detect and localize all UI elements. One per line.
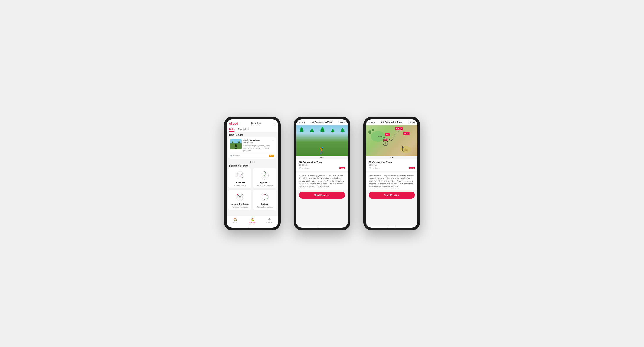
drill-yardage-3: 10-50 yds — [369, 164, 415, 166]
svg-point-29 — [265, 172, 266, 173]
drill-title-2: 6ft Conversion Zone — [299, 161, 345, 164]
most-popular-label: Most Popular — [226, 132, 278, 137]
skill-name-ott: Off The Tee — [234, 181, 245, 184]
dot-3-1[interactable] — [390, 157, 391, 158]
home-icon: 🏠 — [233, 218, 237, 221]
skill-icon-putting — [259, 192, 270, 202]
phone-2-screen: < Back 6ft Conversion Zone Cancel 🌲 🌲 🌲 — [296, 119, 348, 228]
start-practice-button-2[interactable]: Start Practice — [299, 192, 345, 199]
carousel-dots — [226, 161, 278, 163]
skill-desc-putting: Make and lag practice — [256, 206, 272, 208]
skill-desc-atg: Hone your short game — [232, 206, 248, 208]
phone-3: < Back 6ft Conversion Zone Cancel — [364, 117, 420, 230]
cancel-button-2[interactable]: Cancel — [338, 121, 345, 124]
shots-text-3: 🕐 20 shots — [369, 167, 379, 169]
shots-count: 🕐 10 shots — [230, 155, 240, 157]
skill-card-putting[interactable]: Putting Make and lag practice — [253, 190, 276, 210]
hero-image-2: 🌲 🌲 🌲 🌲 🌲 🏌️ — [296, 126, 348, 156]
tab-drills[interactable]: Drills — [229, 127, 234, 132]
shots-text-2: 🕐 20 shots — [299, 167, 309, 169]
svg-point-14 — [242, 173, 243, 173]
skill-icon-atg — [234, 192, 246, 202]
svg-point-44 — [371, 131, 385, 142]
nav-capture[interactable]: ⊕ Capture — [261, 218, 278, 224]
nav-activities[interactable]: ⛳ Activities — [244, 218, 261, 224]
detail-body-3: FAIRWAY ROUGH Miss Hit — [366, 126, 418, 226]
svg-text:Miss: Miss — [386, 134, 389, 135]
drill-yardage-2: 10-50 yds — [299, 164, 345, 166]
skill-card-atg[interactable]: Around The Green Hone your short game — [228, 190, 252, 210]
svg-point-5 — [235, 144, 236, 146]
drill-info: Find The Fairway Off The Tee Create an i… — [243, 139, 270, 152]
dot-3[interactable] — [254, 162, 255, 163]
dot-3-2[interactable] — [392, 157, 393, 158]
active-underline — [250, 224, 254, 224]
activities-icon: ⛳ — [250, 218, 254, 221]
dot-2-2[interactable] — [322, 157, 324, 158]
tag-arg-2: ARG — [340, 167, 345, 169]
svg-line-42 — [265, 194, 267, 196]
nav-capture-label: Capture — [266, 221, 272, 223]
skill-name-atg: Around The Green — [231, 203, 248, 205]
drill-name: Find The Fairway — [243, 139, 270, 141]
phone-2: < Back 6ft Conversion Zone Cancel 🌲 🌲 🌲 — [294, 117, 350, 230]
detail-body-2: 🌲 🌲 🌲 🌲 🌲 🏌️ — [296, 126, 348, 226]
svg-line-19 — [240, 174, 242, 175]
phone-3-screen: < Back 6ft Conversion Zone Cancel — [366, 119, 418, 228]
svg-point-63 — [372, 129, 374, 131]
menu-icon[interactable]: ≡ — [274, 122, 275, 125]
skill-card-approach[interactable]: Approach Dial-in to hit the green — [253, 168, 276, 188]
app-logo: clippd — [229, 122, 238, 125]
drill-description-2: 20 shots are randomly generated at dista… — [296, 172, 348, 190]
svg-point-24 — [268, 175, 269, 175]
drill-description: Create an imaginary fairway using trees … — [243, 144, 270, 152]
drill-title-3: 6ft Conversion Zone — [369, 161, 415, 164]
tabs-row: Drills Favourites — [229, 127, 275, 132]
detail-info-3: 6ft Conversion Zone 10-50 yds 🕐 20 shots… — [366, 159, 418, 171]
svg-point-41 — [264, 199, 265, 200]
detail-info-2: 6ft Conversion Zone 10-50 yds 🕐 20 shots… — [296, 159, 348, 171]
skill-icon-approach — [259, 170, 270, 180]
home-indicator-2 — [319, 226, 325, 227]
back-button-3[interactable]: < Back — [369, 121, 375, 124]
detail-title-2: 6ft Conversion Zone — [312, 121, 333, 124]
svg-point-15 — [242, 177, 243, 178]
favourite-icon[interactable]: ☆ — [272, 139, 274, 142]
page-title: Practice — [251, 122, 260, 125]
phone-1: clippd Practice ≡ Drills Favourites Most… — [224, 117, 280, 230]
start-practice-button-3[interactable]: Start Practice — [369, 192, 415, 199]
skill-icon-ott — [234, 170, 246, 180]
dot-2-1[interactable] — [320, 157, 322, 158]
skill-desc-approach: Dial-in to hit the green — [256, 184, 272, 186]
clock-icon-2: 🕐 — [299, 167, 301, 169]
skill-card-ott[interactable]: Off The Tee Power accuracy — [228, 168, 252, 188]
svg-text:ROUGH: ROUGH — [404, 133, 409, 134]
phone-1-header: clippd Practice ≡ Drills Favourites — [226, 119, 278, 132]
dot-2[interactable] — [252, 162, 253, 163]
dot-1[interactable] — [250, 162, 251, 163]
cancel-button-3[interactable]: Cancel — [408, 121, 415, 124]
carousel-dots-2 — [296, 156, 348, 159]
tag-arg-3: ARG — [409, 167, 415, 169]
capture-icon: ⊕ — [268, 218, 271, 221]
skill-desc-ott: Power accuracy — [234, 184, 246, 186]
back-button-2[interactable]: < Back — [299, 121, 305, 124]
svg-point-34 — [242, 199, 243, 199]
skill-name-putting: Putting — [261, 203, 268, 205]
svg-point-25 — [264, 179, 265, 179]
tab-favourites[interactable]: Favourites — [238, 127, 249, 132]
detail-footer-2: Start Practice — [296, 190, 348, 200]
detail-title-3: 6ft Conversion Zone — [381, 121, 402, 124]
svg-point-55 — [384, 142, 386, 144]
skill-grid: Off The Tee Power accuracy — [226, 168, 278, 212]
nav-home-label: Home — [233, 221, 237, 223]
tag-ott: OTT — [269, 155, 274, 157]
svg-text:FAIRWAY: FAIRWAY — [396, 128, 402, 130]
nav-home[interactable]: 🏠 Home — [226, 218, 244, 224]
detail-header-3: < Back 6ft Conversion Zone Cancel — [366, 119, 418, 126]
carousel-dots-3 — [366, 156, 418, 159]
explore-label: Explore skill areas — [226, 163, 278, 168]
drill-card-find-fairway[interactable]: Find The Fairway Off The Tee Create an i… — [228, 137, 276, 159]
detail-header-2: < Back 6ft Conversion Zone Cancel — [296, 119, 348, 126]
svg-point-56 — [402, 146, 403, 148]
